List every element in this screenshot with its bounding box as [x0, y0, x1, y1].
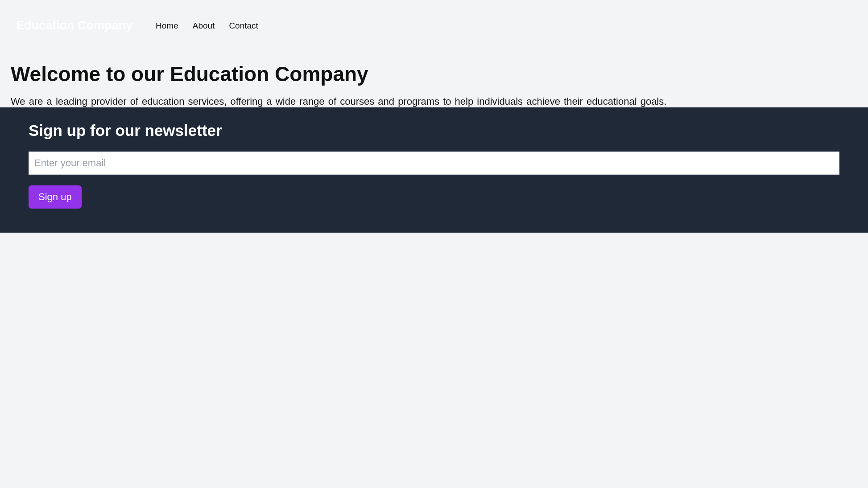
nav-link-contact[interactable]: Contact: [222, 21, 265, 31]
brand-logo: Education Company: [16, 19, 132, 33]
nav-link-home[interactable]: Home: [149, 21, 186, 31]
nav-links: Home About Contact: [149, 21, 265, 31]
page-title: Welcome to our Education Company: [11, 62, 857, 86]
signup-button[interactable]: Sign up: [29, 185, 82, 209]
main-content: Welcome to our Education Company We are …: [0, 51, 868, 107]
footer: Sign up for our newsletter Sign up: [0, 107, 868, 233]
email-field[interactable]: [29, 152, 839, 175]
page-description: We are a leading provider of education s…: [11, 96, 857, 107]
navbar: Education Company Home About Contact: [0, 0, 868, 51]
nav-link-about[interactable]: About: [186, 21, 222, 31]
newsletter-title: Sign up for our newsletter: [29, 122, 839, 139]
